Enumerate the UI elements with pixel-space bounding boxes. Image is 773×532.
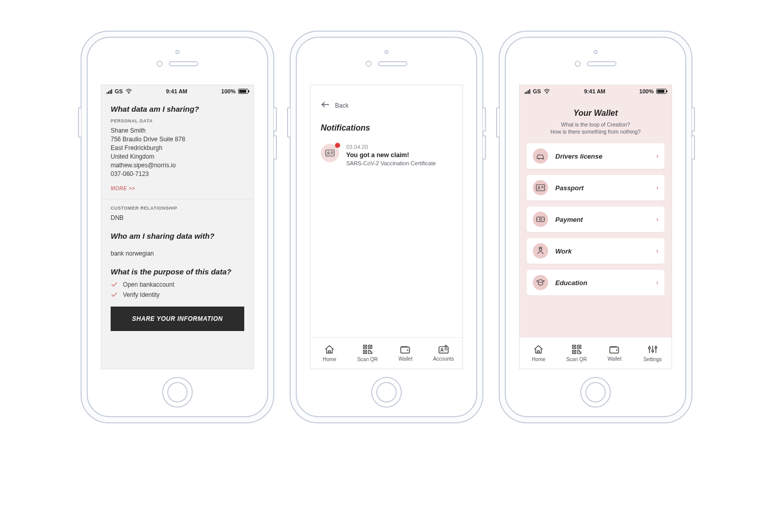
- svg-rect-32: [579, 346, 580, 347]
- tab-label: Accounts: [433, 356, 454, 362]
- personal-address1: 756 Braulio Drive Suite 878: [111, 135, 244, 144]
- back-arrow-icon: [321, 102, 330, 109]
- tab-bar: Home Scan QR Wallet Accounts: [311, 337, 462, 369]
- home-button-hardware[interactable]: [580, 377, 611, 408]
- wallet-card-education[interactable]: Education ›: [527, 270, 664, 295]
- svg-point-34: [616, 349, 617, 351]
- notification-item[interactable]: 03.04.20 You got a new claim! SARS-CoV-2…: [321, 144, 452, 166]
- wallet-card-payment[interactable]: Payment ›: [527, 207, 664, 232]
- tab-label: Settings: [643, 357, 662, 362]
- svg-rect-31: [574, 346, 575, 347]
- battery-percent: 100%: [221, 88, 236, 94]
- tab-wallet[interactable]: Wallet: [596, 338, 634, 369]
- wallet-card-drivers-license[interactable]: Drivers license ›: [527, 143, 664, 169]
- heading-purpose: What is the purpose of this data?: [111, 267, 244, 276]
- more-link[interactable]: MORE >>: [111, 186, 135, 191]
- chevron-right-icon: ›: [656, 153, 658, 160]
- tab-label: Wallet: [608, 356, 622, 362]
- purpose-text: Open bankaccount: [123, 281, 174, 288]
- tab-label: Scan QR: [566, 357, 587, 362]
- wifi-icon: [125, 89, 132, 94]
- qr-icon: [363, 344, 373, 354]
- label-customer-relationship: CUSTOMER RELATIONSHIP: [111, 206, 244, 211]
- home-button-hardware[interactable]: [371, 377, 402, 408]
- tab-bar: Home Scan QR Wallet Settings: [520, 337, 672, 369]
- heading-what-sharing: What data am I sharing?: [111, 105, 244, 113]
- svg-point-2: [327, 152, 329, 154]
- svg-point-38: [649, 347, 651, 349]
- svg-point-27: [539, 248, 542, 251]
- home-icon: [533, 344, 544, 354]
- tab-label: Home: [323, 357, 337, 362]
- tab-scan-qr[interactable]: Scan QR: [558, 338, 596, 369]
- id-card-icon: [321, 144, 339, 162]
- wallet-heading: Your Wallet: [530, 109, 661, 118]
- back-button[interactable]: Back: [321, 102, 452, 109]
- wallet-card-work[interactable]: Work ›: [527, 238, 664, 264]
- svg-rect-11: [365, 351, 366, 352]
- tab-wallet[interactable]: Wallet: [386, 338, 425, 369]
- signal-icon: [525, 89, 530, 94]
- personal-email: mathew.sipes@norris.io: [111, 161, 244, 170]
- card-label: Work: [555, 247, 649, 255]
- clock: 9:41 AM: [584, 88, 605, 94]
- home-button-hardware[interactable]: [162, 377, 193, 408]
- battery-icon: [238, 89, 248, 94]
- battery-percent: 100%: [639, 88, 654, 94]
- personal-phone: 037-060-7123: [111, 170, 244, 179]
- worker-icon: [533, 243, 548, 259]
- svg-rect-23: [537, 217, 545, 222]
- phone-notifications: Back Notifications 03.04.20 You got a ne…: [290, 31, 483, 423]
- wallet-icon: [400, 345, 411, 354]
- share-information-button[interactable]: SHARE YOUR INFORMATION: [111, 307, 244, 331]
- relationship-value: DNB: [111, 214, 244, 222]
- chevron-right-icon: ›: [656, 247, 658, 255]
- id-card-icon: [533, 180, 548, 195]
- chevron-right-icon: ›: [656, 279, 658, 286]
- wallet-sub2: How is there something from nothing?: [551, 129, 641, 135]
- graduation-icon: [533, 275, 548, 290]
- svg-point-12: [407, 349, 408, 351]
- card-label: Passport: [555, 184, 649, 192]
- chevron-right-icon: ›: [656, 216, 658, 223]
- personal-name: Shane Smith: [111, 126, 244, 135]
- check-icon: [111, 291, 118, 298]
- purpose-item: Open bankaccount: [111, 281, 244, 288]
- chevron-right-icon: ›: [656, 184, 658, 191]
- tab-accounts[interactable]: Accounts: [425, 338, 463, 369]
- carrier-label: GS: [533, 88, 541, 94]
- tab-label: Scan QR: [357, 357, 378, 362]
- tab-home[interactable]: Home: [311, 338, 349, 369]
- svg-point-0: [128, 93, 130, 94]
- card-label: Payment: [555, 216, 649, 223]
- tab-settings[interactable]: Settings: [634, 338, 672, 369]
- purpose-text: Verify Identity: [123, 291, 160, 298]
- tab-label: Home: [532, 357, 546, 362]
- tab-home[interactable]: Home: [520, 338, 558, 369]
- signal-icon: [107, 89, 112, 94]
- home-icon: [324, 344, 335, 354]
- heading-who-sharing: Who am I sharing data with?: [111, 232, 244, 240]
- label-personal-data: PERSONAL DATA: [111, 118, 244, 123]
- notifications-heading: Notifications: [321, 123, 452, 133]
- battery-icon: [656, 89, 666, 94]
- svg-point-40: [655, 347, 657, 349]
- cash-icon: [533, 212, 548, 227]
- wallet-icon: [609, 345, 620, 354]
- phone-wallet: GS 9:41 AM 100% Your Wallet What is the …: [499, 31, 692, 423]
- tab-label: Wallet: [399, 356, 413, 362]
- tab-scan-qr[interactable]: Scan QR: [349, 338, 387, 369]
- card-label: Education: [555, 279, 649, 287]
- who-value: bank norwegian: [111, 249, 244, 258]
- settings-icon: [647, 344, 658, 354]
- wallet-sub1: What is the loop of Creation?: [561, 121, 630, 128]
- notification-title: You got a new claim!: [346, 151, 436, 159]
- svg-point-24: [539, 218, 542, 221]
- notification-subtitle: SARS-CoV-2 Vaccination Certificate: [346, 160, 436, 166]
- personal-address2: East Fredrickburgh: [111, 144, 244, 153]
- qr-icon: [572, 344, 582, 354]
- svg-point-20: [538, 187, 539, 188]
- wifi-icon: [544, 89, 550, 94]
- share-button-label: SHARE YOUR INFORMATION: [132, 315, 223, 322]
- wallet-card-passport[interactable]: Passport ›: [527, 175, 664, 200]
